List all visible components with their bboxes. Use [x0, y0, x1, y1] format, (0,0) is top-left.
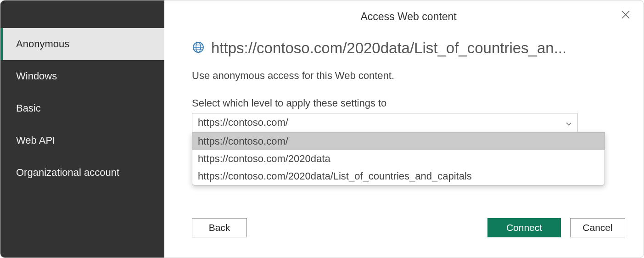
dialog-title: Access Web content	[360, 11, 456, 23]
level-select[interactable]: https://contoso.com/	[192, 113, 577, 132]
url-row: https://contoso.com/2020data/List_of_cou…	[192, 39, 625, 57]
dialog-header: Access Web content	[192, 0, 625, 23]
level-option-label: https://contoso.com/2020data/List_of_cou…	[198, 170, 472, 182]
select-level-label: Select which level to apply these settin…	[192, 97, 625, 109]
level-option-label: https://contoso.com/	[198, 135, 288, 147]
level-option[interactable]: https://contoso.com/	[192, 133, 605, 150]
close-icon	[621, 10, 631, 20]
cancel-button[interactable]: Cancel	[570, 218, 625, 237]
sidebar-item-windows[interactable]: Windows	[0, 60, 164, 92]
sidebar-item-label: Web API	[16, 135, 55, 146]
level-option[interactable]: https://contoso.com/2020data	[192, 150, 605, 168]
level-select-wrap: https://contoso.com/ https://contoso.com…	[192, 113, 625, 132]
back-button[interactable]: Back	[192, 218, 247, 237]
close-button[interactable]	[621, 10, 631, 22]
auth-method-sidebar: Anonymous Windows Basic Web API Organiza…	[0, 0, 164, 258]
dialog-button-row: Back Connect Cancel	[192, 200, 625, 237]
url-display: https://contoso.com/2020data/List_of_cou…	[211, 39, 566, 57]
connect-button[interactable]: Connect	[487, 218, 561, 237]
instruction-text: Use anonymous access for this Web conten…	[192, 70, 625, 82]
level-option[interactable]: https://contoso.com/2020data/List_of_cou…	[192, 168, 605, 185]
sidebar-item-label: Basic	[16, 102, 41, 114]
globe-icon	[192, 41, 205, 56]
access-web-content-dialog: Anonymous Windows Basic Web API Organiza…	[0, 0, 644, 258]
sidebar-item-label: Organizational account	[16, 167, 119, 178]
sidebar-item-basic[interactable]: Basic	[0, 92, 164, 124]
level-select-value: https://contoso.com/	[198, 117, 288, 129]
sidebar-item-anonymous[interactable]: Anonymous	[0, 28, 164, 60]
chevron-down-icon	[566, 117, 571, 129]
level-dropdown-panel: https://contoso.com/ https://contoso.com…	[192, 132, 605, 185]
sidebar-item-label: Windows	[16, 70, 57, 82]
sidebar-item-web-api[interactable]: Web API	[0, 124, 164, 157]
sidebar-item-label: Anonymous	[16, 38, 69, 50]
main-panel: Access Web content https://contoso.com/2…	[164, 0, 644, 258]
level-option-label: https://contoso.com/2020data	[198, 153, 330, 164]
sidebar-item-organizational-account[interactable]: Organizational account	[0, 157, 164, 189]
right-buttons: Connect Cancel	[487, 218, 625, 237]
